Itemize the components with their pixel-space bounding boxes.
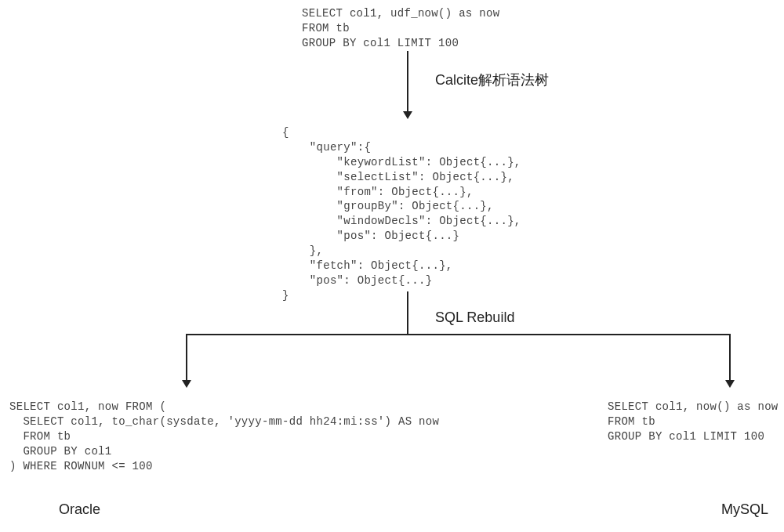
arrow-rebuild-stem [407, 291, 408, 335]
oracle-sql-code: SELECT col1, now FROM ( SELECT col1, to_… [9, 400, 439, 473]
rebuild-label: SQL Rebuild [435, 309, 514, 326]
arrow-parse [407, 51, 408, 112]
mysql-sql-code: SELECT col1, now() as now FROM tb GROUP … [608, 400, 779, 444]
mysql-label: MySQL [721, 501, 768, 518]
oracle-label: Oracle [59, 501, 100, 518]
arrow-mysql-head [725, 380, 735, 388]
arrow-mysql-branch [729, 334, 731, 381]
arrow-horizontal-split [186, 334, 731, 335]
ast-json-code: { "query":{ "keywordList": Object{...}, … [282, 125, 521, 303]
arrow-oracle-head [182, 380, 191, 388]
parse-label: Calcite解析语法树 [435, 71, 549, 89]
arrow-oracle-branch [186, 334, 187, 381]
source-sql-code: SELECT col1, udf_now() as now FROM tb GR… [302, 6, 499, 51]
arrow-parse-head [403, 111, 412, 119]
